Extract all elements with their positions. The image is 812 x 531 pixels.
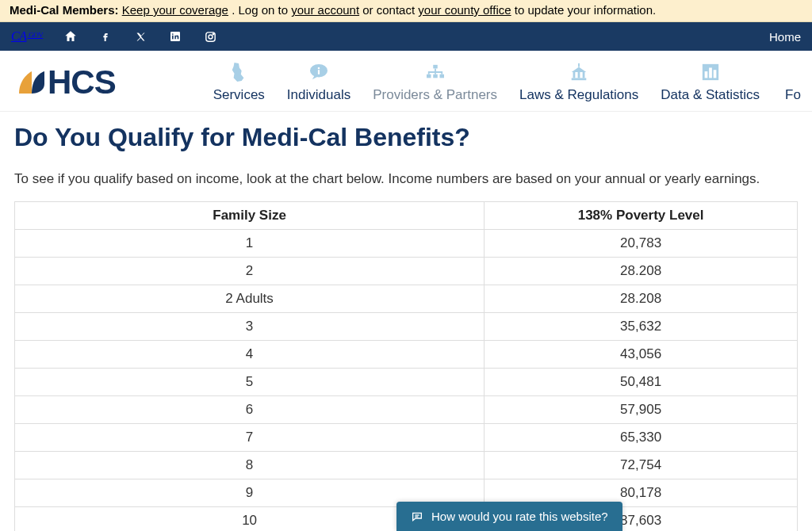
svg-rect-1 — [172, 36, 174, 40]
table-row: 228.208 — [15, 258, 798, 285]
table-row: 765,330 — [15, 424, 798, 452]
cell-family-size: 3 — [15, 313, 485, 341]
feedback-text: How would you rate this website? — [431, 510, 608, 523]
table-row: 550,481 — [15, 369, 798, 396]
nav-home-link[interactable]: Home — [769, 30, 801, 44]
main-header: HCS Services Individuals Providers & Par… — [0, 51, 812, 112]
nav-services[interactable]: Services — [213, 62, 265, 103]
table-row: 443,056 — [15, 341, 798, 369]
nav-forms[interactable]: Fo — [782, 62, 804, 103]
nav-label: Providers & Partners — [373, 87, 497, 103]
svg-rect-9 — [433, 65, 438, 69]
nav-label: Services — [213, 87, 265, 103]
linkedin-icon[interactable] — [168, 29, 182, 44]
info-bubble-icon — [308, 62, 330, 82]
svg-rect-16 — [583, 72, 585, 78]
table-row: 872,754 — [15, 452, 798, 479]
cell-family-size: 2 — [15, 258, 485, 285]
alert-link-county-office[interactable]: your county office — [418, 3, 511, 17]
main-nav: Services Individuals Providers & Partner… — [213, 62, 804, 103]
svg-point-4 — [209, 35, 213, 39]
svg-rect-11 — [433, 74, 438, 78]
cagov-link[interactable]: CA.GOV — [11, 29, 43, 44]
nav-providers[interactable]: Providers & Partners — [373, 62, 497, 103]
chat-icon — [411, 510, 423, 523]
svg-point-5 — [213, 33, 213, 34]
cell-family-size: 6 — [15, 396, 485, 424]
col-family-size: Family Size — [15, 202, 485, 230]
page-title: Do You Qualify for Medi-Cal Benefits? — [14, 123, 798, 152]
svg-rect-12 — [439, 74, 444, 78]
nav-data[interactable]: Data & Statistics — [661, 62, 760, 103]
qualify-table: Family Size 138% Poverty Level 120,78322… — [14, 201, 798, 531]
svg-point-7 — [318, 67, 320, 70]
svg-rect-21 — [713, 70, 716, 78]
cell-poverty-level: 65,330 — [485, 424, 798, 452]
cell-family-size: 8 — [15, 452, 485, 479]
cagov-text: CA — [11, 29, 26, 44]
logo-text: HCS — [48, 63, 116, 101]
page-content: Do You Qualify for Medi-Cal Benefits? To… — [0, 112, 812, 531]
cell-poverty-level: 28.208 — [485, 285, 798, 313]
facebook-icon[interactable] — [98, 29, 113, 44]
table-row: 120,783 — [15, 230, 798, 258]
cell-poverty-level: 20,783 — [485, 230, 798, 258]
svg-rect-17 — [578, 63, 580, 67]
svg-rect-8 — [318, 70, 320, 74]
table-row: 657,905 — [15, 396, 798, 424]
svg-rect-19 — [704, 71, 707, 78]
nav-label: Fo — [785, 87, 801, 103]
table-header-row: Family Size 138% Poverty Level — [15, 202, 798, 230]
cell-poverty-level: 35,632 — [485, 313, 798, 341]
cell-poverty-level: 57,905 — [485, 396, 798, 424]
alert-bar: Medi-Cal Members: Keep your coverage . L… — [0, 0, 812, 22]
logo-icon — [14, 67, 46, 98]
logo-link[interactable]: HCS — [14, 63, 116, 101]
home-icon[interactable] — [63, 29, 78, 44]
nav-label: Individuals — [287, 87, 350, 103]
svg-rect-14 — [573, 72, 576, 78]
cell-poverty-level: 43,056 — [485, 341, 798, 369]
cell-family-size: 5 — [15, 369, 485, 396]
nav-individuals[interactable]: Individuals — [287, 62, 350, 103]
svg-rect-13 — [572, 78, 587, 80]
nav-label: Data & Statistics — [661, 87, 760, 103]
alert-prefix: Medi-Cal Members: — [10, 3, 119, 17]
bar-chart-icon — [699, 62, 722, 82]
table-row: 335,632 — [15, 313, 798, 341]
nav-label: Laws & Regulations — [519, 87, 638, 103]
instagram-icon[interactable] — [203, 29, 217, 44]
svg-rect-10 — [427, 74, 431, 78]
svg-rect-20 — [709, 67, 712, 78]
svg-point-2 — [172, 33, 174, 35]
alert-text: . Log on to — [232, 3, 291, 17]
alert-link-keep-coverage[interactable]: Keep your coverage — [122, 3, 228, 17]
svg-rect-15 — [578, 72, 580, 78]
cell-poverty-level: 72,754 — [485, 452, 798, 479]
capitol-icon — [568, 62, 590, 82]
cagov-sub: .GOV — [27, 31, 43, 39]
california-icon — [228, 62, 250, 82]
intro-text: To see if you qualify based on income, l… — [14, 171, 798, 187]
cell-poverty-level: 50,481 — [485, 369, 798, 396]
cell-family-size: 1 — [15, 230, 485, 258]
alert-text: or contact — [362, 3, 418, 17]
x-twitter-icon[interactable] — [133, 29, 147, 44]
nav-laws[interactable]: Laws & Regulations — [519, 62, 638, 103]
table-row: 2 Adults28.208 — [15, 285, 798, 313]
cell-family-size: 4 — [15, 341, 485, 369]
alert-text: to update your information. — [515, 3, 656, 17]
nav-icon-placeholder — [782, 62, 804, 82]
cell-family-size: 2 Adults — [15, 285, 485, 313]
cell-poverty-level: 28.208 — [485, 258, 798, 285]
org-chart-icon — [424, 62, 446, 82]
col-poverty-level: 138% Poverty Level — [485, 202, 798, 230]
feedback-tab[interactable]: How would you rate this website? — [396, 502, 622, 531]
utility-nav: CA.GOV Home — [0, 22, 812, 51]
alert-link-your-account[interactable]: your account — [291, 3, 359, 17]
cell-family-size: 7 — [15, 424, 485, 452]
